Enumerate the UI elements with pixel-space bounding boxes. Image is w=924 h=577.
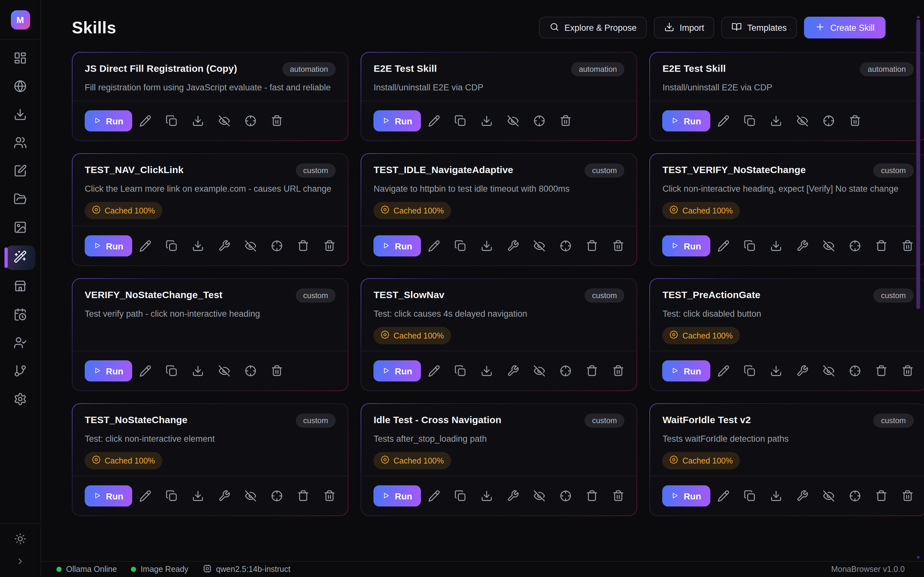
sidebar-item-marketplace[interactable] [5, 276, 35, 298]
export-button[interactable] [770, 115, 782, 127]
clear-cache-button[interactable] [875, 240, 887, 252]
run-button[interactable]: Run [373, 110, 421, 131]
clear-cache-button[interactable] [875, 365, 887, 377]
edit-button[interactable] [139, 240, 152, 252]
sidebar-item-files[interactable] [5, 189, 35, 211]
delete-button[interactable] [612, 365, 625, 377]
repair-button[interactable] [507, 365, 519, 377]
sidebar-expand-button[interactable] [9, 554, 31, 571]
export-button[interactable] [770, 490, 782, 502]
templates-button[interactable]: Templates [722, 17, 797, 39]
hide-button[interactable] [244, 240, 257, 252]
target-button[interactable] [849, 240, 861, 252]
delete-button[interactable] [901, 365, 913, 377]
export-button[interactable] [481, 365, 493, 377]
export-button[interactable] [481, 115, 493, 127]
duplicate-button[interactable] [455, 365, 467, 377]
duplicate-button[interactable] [743, 490, 756, 502]
hide-button[interactable] [796, 115, 808, 127]
run-button[interactable]: Run [662, 485, 710, 506]
duplicate-button[interactable] [166, 240, 178, 252]
edit-button[interactable] [717, 365, 729, 377]
repair-button[interactable] [218, 490, 230, 502]
repair-button[interactable] [218, 240, 230, 252]
run-button[interactable]: Run [373, 360, 421, 382]
target-button[interactable] [533, 115, 546, 127]
sidebar-item-users[interactable] [5, 133, 35, 155]
duplicate-button[interactable] [455, 490, 467, 502]
app-logo[interactable]: M [11, 10, 30, 29]
delete-button[interactable] [612, 240, 625, 252]
delete-button[interactable] [323, 490, 336, 502]
edit-button[interactable] [139, 365, 152, 377]
edit-button[interactable] [428, 240, 441, 252]
scrollbar-thumb[interactable] [916, 19, 920, 309]
hide-button[interactable] [533, 365, 546, 377]
run-button[interactable]: Run [85, 360, 132, 382]
target-button[interactable] [849, 365, 861, 377]
explore-propose-button[interactable]: Explore & Propose [539, 17, 647, 39]
sidebar-item-media[interactable] [5, 218, 35, 239]
run-button[interactable]: Run [85, 485, 132, 506]
hide-button[interactable] [822, 240, 835, 252]
target-button[interactable] [271, 490, 283, 502]
sidebar-item-workflows[interactable] [5, 361, 35, 383]
target-button[interactable] [849, 490, 861, 502]
hide-button[interactable] [218, 365, 230, 377]
duplicate-button[interactable] [455, 240, 467, 252]
duplicate-button[interactable] [166, 115, 178, 127]
target-button[interactable] [244, 115, 257, 127]
hide-button[interactable] [533, 240, 546, 252]
edit-button[interactable] [428, 490, 441, 502]
export-button[interactable] [192, 490, 204, 502]
create-skill-button[interactable]: Create Skill [804, 17, 885, 39]
clear-cache-button[interactable] [586, 240, 598, 252]
clear-cache-button[interactable] [297, 240, 309, 252]
scrollbar-down-arrow[interactable] [916, 556, 920, 559]
hide-button[interactable] [244, 490, 257, 502]
run-button[interactable]: Run [85, 235, 132, 256]
run-button[interactable]: Run [662, 110, 710, 131]
repair-button[interactable] [796, 490, 808, 502]
delete-button[interactable] [612, 490, 625, 502]
edit-button[interactable] [139, 115, 152, 127]
export-button[interactable] [192, 240, 204, 252]
edit-button[interactable] [717, 240, 729, 252]
clear-cache-button[interactable] [875, 490, 887, 502]
edit-button[interactable] [717, 115, 729, 127]
delete-button[interactable] [849, 115, 861, 127]
edit-button[interactable] [428, 365, 441, 377]
hide-button[interactable] [533, 490, 546, 502]
duplicate-button[interactable] [166, 365, 178, 377]
target-button[interactable] [244, 365, 257, 377]
edit-button[interactable] [717, 490, 729, 502]
run-button[interactable]: Run [662, 235, 710, 256]
delete-button[interactable] [271, 365, 283, 377]
sidebar-item-settings[interactable] [5, 389, 35, 411]
export-button[interactable] [481, 240, 493, 252]
sidebar-item-downloads[interactable] [5, 105, 35, 126]
target-button[interactable] [560, 240, 572, 252]
edit-button[interactable] [139, 490, 152, 502]
scrollbar-up-arrow[interactable] [916, 15, 920, 18]
clear-cache-button[interactable] [586, 365, 598, 377]
sidebar-item-editor[interactable] [5, 161, 35, 183]
import-button[interactable]: Import [654, 17, 714, 39]
repair-button[interactable] [796, 240, 808, 252]
sidebar-item-profiles[interactable] [5, 333, 35, 355]
sidebar-item-browser[interactable] [5, 76, 35, 98]
sidebar-item-schedule[interactable] [5, 305, 35, 326]
sidebar-item-skills[interactable] [5, 245, 35, 270]
repair-button[interactable] [507, 240, 519, 252]
hide-button[interactable] [507, 115, 519, 127]
delete-button[interactable] [323, 240, 336, 252]
delete-button[interactable] [560, 115, 572, 127]
edit-button[interactable] [428, 115, 441, 127]
hide-button[interactable] [822, 365, 835, 377]
scrollbar[interactable] [916, 0, 921, 562]
duplicate-button[interactable] [743, 115, 756, 127]
delete-button[interactable] [901, 490, 913, 502]
run-button[interactable]: Run [373, 485, 421, 506]
run-button[interactable]: Run [373, 235, 421, 256]
hide-button[interactable] [822, 490, 835, 502]
